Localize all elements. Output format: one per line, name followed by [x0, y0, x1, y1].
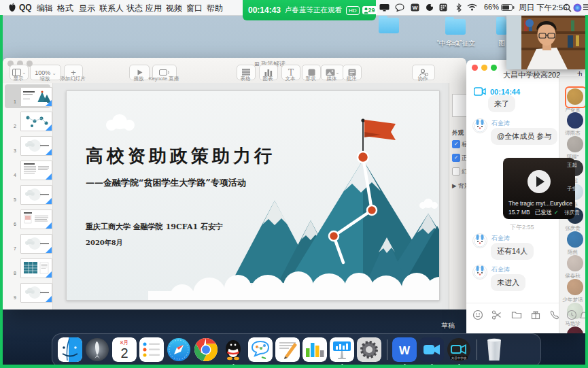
- w-status-icon[interactable]: W: [411, 3, 419, 12]
- slide-date: 2020年8月: [86, 238, 123, 248]
- avatar-bunny[interactable]: [472, 233, 487, 248]
- dock-icon-trash[interactable]: [482, 337, 506, 362]
- search-status-icon[interactable]: [563, 3, 572, 12]
- avatar-bunny[interactable]: [472, 265, 487, 280]
- webcam-video-window[interactable]: [506, 15, 585, 69]
- desktop-folder[interactable]: [379, 18, 399, 33]
- member-avatar[interactable]: [567, 112, 583, 129]
- dock-icon-pages[interactable]: [275, 337, 300, 362]
- list-status-icon[interactable]: [583, 3, 588, 11]
- menu-1[interactable]: 编辑: [37, 3, 53, 14]
- dock-icon-calendar[interactable]: 8月2: [112, 337, 137, 362]
- member-name-overlay[interactable]: 子非: [559, 186, 585, 193]
- slide-thumbnail-5[interactable]: [20, 185, 52, 205]
- slide-layout-preview[interactable]: [452, 94, 466, 117]
- slide[interactable]: 高校资助政策助力行 ——金融学院“贫困学生大学路”专项活动 重庆工商大学 金融学…: [66, 90, 440, 301]
- smiley-tool-icon[interactable]: [472, 310, 483, 320]
- desktop-folder-partial[interactable]: [496, 19, 507, 35]
- apple-menu[interactable]: [8, 3, 16, 14]
- menu-app[interactable]: QQ: [19, 3, 32, 12]
- zoom-button[interactable]: [491, 65, 497, 71]
- video-file-name: The tragic myt...Eurydice: [508, 200, 572, 207]
- svg-text:W: W: [399, 344, 411, 357]
- grid-status-icon[interactable]: [439, 3, 447, 12]
- chat-title: 大昌中学校高202: [503, 70, 560, 80]
- blob-status-icon[interactable]: [426, 3, 434, 12]
- dock-icon-settings[interactable]: [357, 337, 381, 362]
- menu-9[interactable]: 帮助: [207, 3, 223, 14]
- menu-8[interactable]: 窗口: [186, 3, 203, 14]
- menu-3[interactable]: 显示: [79, 3, 95, 14]
- bell-tool-icon[interactable]: [578, 310, 585, 320]
- menu-4[interactable]: 联系人: [99, 3, 124, 14]
- folder-tool-icon[interactable]: [511, 310, 522, 320]
- slide-thumbnail-2[interactable]: [20, 112, 52, 131]
- draft-file-label[interactable]: 草稿: [431, 321, 465, 331]
- play-button[interactable]: [528, 170, 551, 193]
- sender-name[interactable]: 石金涛: [491, 265, 510, 274]
- slide-number-checkbox[interactable]: [452, 167, 460, 175]
- slide-author: 重庆工商大学 金融学院 19CFA1 石安宁: [86, 222, 223, 232]
- chat-input-toolbar: [466, 303, 559, 333]
- sent-check-icon: ✓: [554, 209, 559, 216]
- sender-name[interactable]: 石金涛: [491, 119, 510, 128]
- bt-status-icon[interactable]: [456, 3, 462, 12]
- title-checkbox[interactable]: ✓: [452, 140, 460, 148]
- avatar-bunny[interactable]: [472, 118, 487, 133]
- slide-thumbnail-7[interactable]: [20, 234, 52, 254]
- display-status-icon[interactable]: [379, 3, 390, 12]
- background-disclosure[interactable]: ▶ 背景: [452, 182, 466, 190]
- minimize-button[interactable]: [481, 65, 487, 71]
- dock-icon-voov[interactable]: [419, 337, 444, 362]
- dock-icon-numbers[interactable]: [302, 337, 327, 362]
- menu-clock[interactable]: 周日 下午2:56: [519, 3, 568, 13]
- slide-thumbnail-3[interactable]: [20, 136, 52, 156]
- menu-2[interactable]: 格式: [57, 3, 73, 14]
- body-checkbox-label: 正文: [462, 154, 466, 163]
- member-name-overlay[interactable]: 王超: [559, 162, 585, 169]
- dock-icon-wps[interactable]: W: [392, 337, 417, 362]
- slide-thumbnail-8[interactable]: [20, 258, 52, 278]
- clock-tool-icon[interactable]: [566, 310, 577, 320]
- close-button[interactable]: [472, 65, 478, 71]
- menu-6[interactable]: 应用: [145, 3, 162, 14]
- slide-corner-mark: [46, 271, 52, 278]
- desktop-folder-zhonghuahun[interactable]: [445, 19, 466, 35]
- dock-icon-qq[interactable]: [221, 337, 245, 362]
- slide-thumbnail-4[interactable]: [20, 161, 52, 180]
- member-avatar[interactable]: [567, 136, 583, 152]
- dock-icon-chat-app[interactable]: [248, 337, 273, 362]
- dock-icon-launchpad[interactable]: [85, 337, 109, 362]
- member-avatar[interactable]: [567, 231, 583, 248]
- slide-thumbnail-6[interactable]: [20, 210, 52, 229]
- call-timer: 00:14:44: [490, 88, 520, 96]
- member-avatar[interactable]: [567, 327, 583, 333]
- dock-icon-chrome[interactable]: [194, 337, 218, 362]
- slide-number: 2: [5, 124, 16, 129]
- dock-icon-finder[interactable]: [58, 337, 82, 362]
- slide-thumbnail-1[interactable]: [20, 87, 52, 107]
- slide-thumbnail-9[interactable]: [20, 283, 52, 303]
- chat-status-icon[interactable]: [395, 3, 404, 12]
- dock-separator: [477, 339, 477, 360]
- menu-7[interactable]: 视频: [166, 3, 182, 14]
- sender-name[interactable]: 石金涛: [491, 234, 510, 243]
- wifi-status-icon[interactable]: [467, 3, 477, 11]
- dock-icon-keynote[interactable]: [330, 337, 354, 362]
- dock-icon-reminders[interactable]: [139, 337, 164, 362]
- menu-5[interactable]: 状态: [126, 3, 143, 14]
- member-name-overlay[interactable]: 张庆贵: [559, 210, 585, 216]
- scissors-tool-icon[interactable]: [491, 310, 502, 320]
- body-checkbox[interactable]: ✓: [452, 154, 460, 162]
- folder-label[interactable]: “中华魂”征文: [418, 39, 494, 48]
- member-avatar[interactable]: [567, 279, 583, 295]
- siri-status-icon[interactable]: [573, 3, 582, 12]
- phone-tool-icon[interactable]: [549, 310, 560, 320]
- dock-icon-safari[interactable]: [167, 337, 191, 362]
- member-avatar[interactable]: [567, 255, 583, 271]
- chat-message: 来了: [488, 95, 515, 112]
- screen-share-banner[interactable]: 00:14:43 卢春蓝等正在观看 HD 29: [243, 0, 376, 20]
- gift-tool-icon[interactable]: [530, 310, 541, 320]
- apple-logo-icon: [8, 3, 16, 12]
- dock-icon-qq-video-call[interactable]: 大昌中学校: [447, 337, 471, 362]
